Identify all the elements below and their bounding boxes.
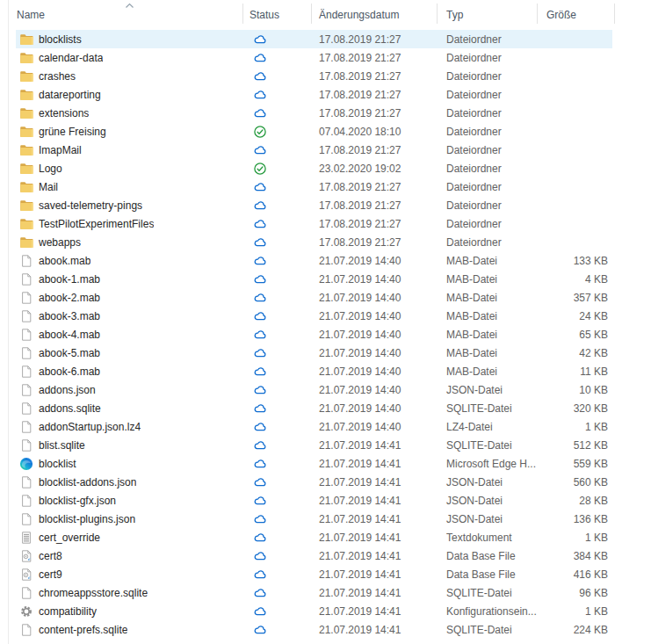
- file-icon: [19, 383, 33, 397]
- file-modified-date: 21.07.2019 14:41: [312, 528, 438, 546]
- file-row[interactable]: blocklist-gfx.json 21.07.2019 14:41 JSON…: [9, 491, 615, 510]
- status-cell: [243, 380, 312, 399]
- name-cell: TestPilotExperimentFiles: [9, 214, 243, 233]
- status-cell: [243, 104, 312, 122]
- file-type: Dateiordner: [438, 177, 538, 196]
- sort-ascending-icon: [125, 3, 134, 9]
- cloud-status-icon: [253, 51, 267, 65]
- status-cell: [243, 399, 312, 417]
- file-modified-date: 21.07.2019 14:41: [312, 491, 438, 510]
- file-modified-date: 21.07.2019 14:40: [312, 417, 438, 436]
- file-row[interactable]: webapps 17.08.2019 21:27 Dateiordner: [9, 233, 615, 251]
- file-modified-date: 21.07.2019 14:41: [312, 510, 438, 528]
- name-cell: abook-5.mab: [9, 344, 243, 362]
- column-header-type[interactable]: Typ: [438, 0, 538, 30]
- status-cell: [243, 325, 312, 344]
- name-cell: blist.sqlite: [9, 436, 243, 454]
- column-header-size[interactable]: Größe: [538, 0, 615, 30]
- text-document-icon: [19, 531, 33, 545]
- file-size: [538, 196, 615, 214]
- file-row[interactable]: abook.mab 21.07.2019 14:40 MAB-Datei 133…: [9, 251, 615, 270]
- file-name: webapps: [39, 236, 81, 249]
- file-row[interactable]: abook-3.mab 21.07.2019 14:40 MAB-Datei 2…: [9, 307, 615, 325]
- file-size: 1 KB: [538, 417, 615, 436]
- file-row[interactable]: cert8 21.07.2019 14:41 Data Base File 38…: [9, 546, 615, 565]
- file-modified-date: 21.07.2019 14:40: [312, 380, 438, 399]
- file-row[interactable]: crashes 17.08.2019 21:27 Dateiordner: [9, 67, 615, 85]
- cloud-status-icon: [253, 383, 267, 397]
- file-name: abook-4.mab: [39, 329, 100, 341]
- file-modified-date: 17.08.2019 21:27: [312, 233, 438, 251]
- file-row[interactable]: calendar-data 17.08.2019 21:27 Dateiordn…: [9, 48, 615, 67]
- status-cell: [243, 510, 312, 528]
- cloud-status-icon: [253, 291, 267, 305]
- file-icon: [19, 494, 33, 508]
- file-row[interactable]: abook-1.mab 21.07.2019 14:40 MAB-Datei 4…: [9, 270, 615, 288]
- file-size: [538, 177, 615, 196]
- file-size: 24 KB: [538, 307, 615, 325]
- file-row[interactable]: Logo 23.02.2020 19:02 Dateiordner: [9, 159, 615, 177]
- file-row[interactable]: cert_override 21.07.2019 14:41 Textdokum…: [9, 528, 615, 546]
- file-row[interactable]: ImapMail 17.08.2019 21:27 Dateiordner: [9, 141, 615, 159]
- file-row[interactable]: abook-2.mab 21.07.2019 14:40 MAB-Datei 3…: [9, 288, 615, 307]
- file-name: cert9: [39, 568, 62, 581]
- file-size: 133 KB: [538, 251, 615, 270]
- folder-icon: [19, 199, 33, 213]
- status-cell: [243, 307, 312, 325]
- file-row[interactable]: addonStartup.json.lz4 21.07.2019 14:40 L…: [9, 417, 615, 436]
- column-header-status[interactable]: Status: [243, 0, 312, 30]
- file-type: Dateiordner: [438, 214, 538, 233]
- file-row[interactable]: extensions 17.08.2019 21:27 Dateiordner: [9, 104, 615, 122]
- name-cell: cert9: [9, 565, 243, 583]
- cloud-status-icon: [253, 365, 267, 379]
- name-cell: extensions: [9, 104, 243, 122]
- name-cell: grüne Freising: [9, 122, 243, 141]
- status-cell: [243, 251, 312, 270]
- file-name: compatibility: [39, 605, 97, 618]
- file-type: Textdokument: [438, 528, 538, 546]
- file-type: Dateiordner: [438, 196, 538, 214]
- file-row[interactable]: blist.sqlite 21.07.2019 14:41 SQLITE-Dat…: [9, 436, 615, 454]
- cloud-status-icon: [253, 346, 267, 360]
- file-row[interactable]: chromeappsstore.sqlite 21.07.2019 14:41 …: [9, 583, 615, 602]
- cloud-status-icon: [253, 199, 267, 213]
- file-row[interactable]: blocklist-plugins.json 21.07.2019 14:41 …: [9, 510, 615, 528]
- file-row[interactable]: grüne Freising 07.04.2020 18:10 Dateiord…: [9, 122, 615, 141]
- file-row[interactable]: abook-5.mab 21.07.2019 14:40 MAB-Datei 4…: [9, 344, 615, 362]
- certificate-icon: [19, 568, 33, 582]
- file-row[interactable]: cert9 21.07.2019 14:41 Data Base File 41…: [9, 565, 615, 583]
- name-cell: addons.json: [9, 380, 243, 399]
- file-row[interactable]: content-prefs.sqlite 21.07.2019 14:41 SQ…: [9, 620, 615, 639]
- file-row[interactable]: compatibility 21.07.2019 14:41 Konfigura…: [9, 602, 615, 620]
- file-row[interactable]: blocklist 21.07.2019 14:41 Microsoft Edg…: [9, 454, 615, 473]
- file-row[interactable]: blocklist-addons.json 21.07.2019 14:41 J…: [9, 473, 615, 491]
- file-row[interactable]: Mail 17.08.2019 21:27 Dateiordner: [9, 177, 615, 196]
- file-size: 136 KB: [538, 510, 615, 528]
- file-row[interactable]: TestPilotExperimentFiles 17.08.2019 21:2…: [9, 214, 615, 233]
- file-type: Data Base File: [438, 565, 538, 583]
- file-row[interactable]: addons.sqlite 21.07.2019 14:40 SQLITE-Da…: [9, 399, 615, 417]
- file-type: JSON-Datei: [438, 510, 538, 528]
- file-size: [538, 159, 615, 177]
- file-type: LZ4-Datei: [438, 417, 538, 436]
- column-header-name[interactable]: Name: [9, 0, 243, 30]
- file-row[interactable]: addons.json 21.07.2019 14:40 JSON-Datei …: [9, 380, 615, 399]
- file-size: 320 KB: [538, 399, 615, 417]
- file-row[interactable]: datareporting 17.08.2019 21:27 Dateiordn…: [9, 85, 615, 104]
- status-cell: [243, 85, 312, 104]
- file-name: blist.sqlite: [39, 439, 85, 452]
- file-row[interactable]: abook-6.mab 21.07.2019 14:40 MAB-Datei 1…: [9, 362, 615, 380]
- cloud-status-icon: [253, 623, 267, 637]
- file-modified-date: 23.02.2020 19:02: [312, 159, 438, 177]
- file-name: blocklist-plugins.json: [39, 513, 135, 525]
- column-header-modified-date[interactable]: Änderungsdatum: [312, 0, 438, 30]
- file-row[interactable]: saved-telemetry-pings 17.08.2019 21:27 D…: [9, 196, 615, 214]
- file-row[interactable]: abook-4.mab 21.07.2019 14:40 MAB-Datei 6…: [9, 325, 615, 344]
- file-row[interactable]: blocklists 17.08.2019 21:27 Dateiordner: [9, 30, 615, 48]
- name-cell: abook-2.mab: [9, 288, 243, 307]
- file-icon: [19, 623, 33, 637]
- cloud-status-icon: [253, 235, 267, 250]
- cloud-status-icon: [253, 272, 267, 286]
- file-size: 10 KB: [538, 380, 615, 399]
- name-cell: abook.mab: [9, 251, 243, 270]
